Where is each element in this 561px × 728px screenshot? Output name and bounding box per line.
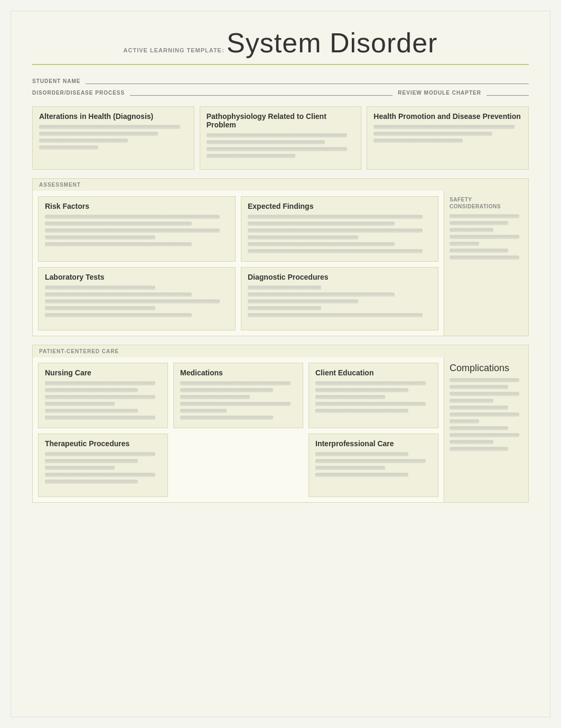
blur-content <box>248 313 423 317</box>
blur-content <box>45 452 155 456</box>
blur-content <box>315 459 426 463</box>
blur-content <box>373 132 492 136</box>
blur-content <box>180 395 250 399</box>
blur-content <box>45 416 155 420</box>
blur-content <box>207 140 325 144</box>
blur-content <box>39 145 98 150</box>
blur-content <box>450 385 508 389</box>
blur-content <box>45 222 192 226</box>
patient-care-section: Patient-Centered Care Nursing Care <box>32 345 529 503</box>
blur-content <box>315 473 408 477</box>
safety-title: Safety Considerations <box>450 196 523 210</box>
blur-content <box>450 248 508 253</box>
card-expected-findings-title: Expected Findings <box>248 202 432 210</box>
blur-content <box>39 132 158 136</box>
blur-content <box>248 249 423 253</box>
blur-content <box>207 133 348 137</box>
blur-content <box>315 381 426 385</box>
blur-content <box>248 292 395 297</box>
blur-content <box>45 285 155 290</box>
student-name-input[interactable] <box>86 76 529 84</box>
blur-content <box>315 452 408 456</box>
blur-content <box>450 406 508 410</box>
blur-content <box>450 378 519 382</box>
safety-sidebar: Safety Considerations <box>444 191 528 336</box>
page-title: System Disorder <box>227 27 437 58</box>
blur-content <box>45 466 115 470</box>
disorder-input[interactable] <box>130 87 392 96</box>
blur-content <box>180 381 291 385</box>
blur-content <box>450 242 479 246</box>
card-health-promotion-title: Health Promotion and Disease Prevention <box>373 112 522 121</box>
empty-cell <box>173 434 303 497</box>
blur-content <box>373 139 462 143</box>
card-pathophysiology: Pathophysiology Related to Client Proble… <box>200 106 362 170</box>
card-alterations-title: Alterations in Health (Diagnosis) <box>39 112 188 121</box>
card-diagnostic-procedures: Diagnostic Procedures <box>241 267 438 330</box>
blur-content <box>315 466 385 470</box>
blur-content <box>39 139 128 143</box>
blur-content <box>45 459 138 463</box>
template-label: Active Learning Template: <box>124 47 225 53</box>
assessment-grid: Risk Factors Expected Findings <box>38 196 438 330</box>
care-layout: Nursing Care Medications <box>33 357 528 502</box>
review-input[interactable] <box>487 87 529 96</box>
student-name-row: Student Name <box>32 76 529 84</box>
card-laboratory-tests-title: Laboratory Tests <box>45 273 229 281</box>
form-fields: Student Name Disorder/Disease Process Re… <box>32 76 529 96</box>
disorder-row: Disorder/Disease Process Review Module C… <box>32 87 529 96</box>
card-nursing-care: Nursing Care <box>38 363 168 428</box>
blur-content <box>450 433 519 437</box>
header: Active Learning Template: System Disorde… <box>32 27 529 65</box>
disorder-label: Disorder/Disease Process <box>32 90 125 96</box>
blur-content <box>45 306 155 310</box>
blur-content <box>450 447 508 451</box>
blur-content <box>45 299 220 303</box>
blur-content <box>180 388 273 392</box>
blur-content <box>315 395 385 399</box>
blur-content <box>45 388 138 392</box>
card-client-education: Client Education <box>308 363 438 428</box>
blur-content <box>450 235 519 239</box>
blur-content <box>248 242 395 246</box>
blur-content <box>39 125 180 129</box>
blur-content <box>207 154 295 158</box>
assessment-layout: Risk Factors Expected Findings <box>33 191 528 336</box>
card-pathophysiology-title: Pathophysiology Related to Client Proble… <box>207 112 355 129</box>
blur-content <box>248 235 358 239</box>
blur-content <box>450 392 519 396</box>
patient-care-section-header: Patient-Centered Care <box>33 345 528 357</box>
blur-content <box>45 313 192 317</box>
card-alterations: Alterations in Health (Diagnosis) <box>32 106 194 170</box>
blur-content <box>315 388 408 392</box>
blur-content <box>450 412 519 417</box>
card-interprofessional-care: Interprofessional Care <box>308 434 438 497</box>
blur-content <box>45 402 115 406</box>
blur-content <box>450 399 493 403</box>
blur-content <box>248 285 321 290</box>
blur-content <box>45 381 155 385</box>
blur-content <box>248 222 395 226</box>
card-medications: Medications <box>173 363 303 428</box>
student-name-label: Student Name <box>32 78 80 84</box>
review-label: Review Module Chapter <box>398 90 481 96</box>
blur-content <box>45 242 192 246</box>
card-interprofessional-care-title: Interprofessional Care <box>315 439 432 448</box>
care-bottom-grid: Therapeutic Procedures Interprofessional… <box>38 434 438 497</box>
blur-content <box>180 402 291 406</box>
card-health-promotion: Health Promotion and Disease Prevention <box>367 106 529 170</box>
care-main: Nursing Care Medications <box>33 357 444 502</box>
page: Active Learning Template: System Disorde… <box>11 11 550 717</box>
card-risk-factors-title: Risk Factors <box>45 202 229 210</box>
complications-title: Complications <box>450 363 523 374</box>
top-cards: Alterations in Health (Diagnosis) Pathop… <box>32 106 529 170</box>
assessment-main: Risk Factors Expected Findings <box>33 191 444 336</box>
blur-content <box>45 409 138 413</box>
blur-content <box>248 228 423 233</box>
blur-content <box>315 402 426 406</box>
card-therapeutic-procedures-title: Therapeutic Procedures <box>45 439 161 448</box>
blur-content <box>450 419 479 423</box>
blur-content <box>450 228 493 232</box>
blur-content <box>248 306 321 310</box>
blur-content <box>45 480 138 484</box>
